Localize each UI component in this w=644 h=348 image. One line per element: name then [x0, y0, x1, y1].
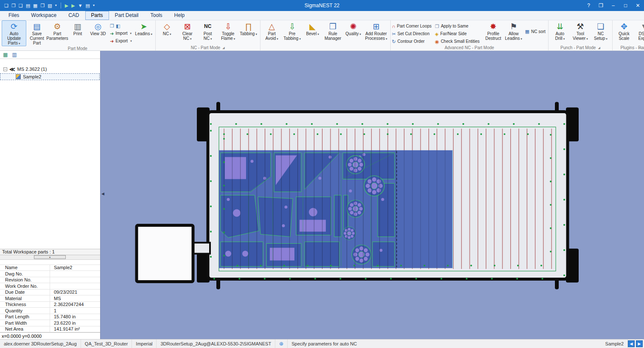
- add-router-processes-button[interactable]: ⊞ Add Router Processes▾: [364, 20, 389, 43]
- splitter-dropdown[interactable]: ▾: [34, 255, 66, 259]
- pre-tabbing-button[interactable]: ⇩ Pre Tabbing▾: [283, 20, 302, 43]
- dialog-launcher-icon[interactable]: ◢: [598, 46, 600, 50]
- save-current-part-button[interactable]: ▤ Save Current Part: [27, 20, 47, 46]
- nc-setup-button[interactable]: ❏ NC Setup▾: [591, 20, 610, 43]
- property-value[interactable]: 141.9147 in²: [50, 326, 80, 331]
- button-label: Import: [115, 31, 127, 36]
- property-label: Quantity: [0, 308, 50, 314]
- property-value[interactable]: 23.6220 in: [50, 320, 76, 326]
- save-icon: ▤: [33, 22, 41, 31]
- save-small-icon[interactable]: ◧: [116, 23, 120, 28]
- button-label: Check Small Entities: [441, 39, 480, 44]
- tree-node-material[interactable]: − ≪ MS 2.3622 (1): [0, 66, 100, 72]
- maximize-button[interactable]: □: [619, 0, 632, 11]
- far-near-side-button[interactable]: ◈ Far/Near Side: [435, 31, 479, 36]
- tab-cad[interactable]: CAD: [62, 11, 85, 20]
- tab-part-detail[interactable]: Part Detail: [109, 11, 145, 20]
- qat-window-icon[interactable]: ❏: [4, 0, 8, 11]
- help-button[interactable]: ?: [582, 0, 595, 11]
- toggle-flame-button[interactable]: ⇩ Toggle Flame▾: [218, 20, 238, 43]
- property-label: Revision No.: [0, 277, 50, 283]
- qat-window-icon[interactable]: ❐: [11, 0, 16, 11]
- leadins-button[interactable]: ➤ Leadins▾: [134, 20, 154, 43]
- tab-files[interactable]: Files: [3, 11, 25, 20]
- nc-button[interactable]: ◇ NC▾: [157, 20, 177, 43]
- import-button[interactable]: ➜ Import ▾: [109, 30, 133, 36]
- property-label: Thickness: [0, 302, 50, 308]
- nc-sort-button[interactable]: ▦ NC sort: [525, 29, 546, 34]
- dstv-export-button[interactable]: ▼ DSTV Export: [635, 20, 644, 43]
- close-button[interactable]: ✕: [632, 0, 644, 11]
- button-label: NC: [163, 31, 169, 36]
- workspace-viewport[interactable]: ◀: [101, 51, 644, 339]
- chevron-down-icon[interactable]: ▾: [55, 0, 57, 11]
- dialog-launcher-icon[interactable]: ◢: [222, 46, 224, 50]
- chevron-down-icon[interactable]: ▾: [93, 0, 95, 11]
- collapse-ribbon-button[interactable]: ∧: [638, 46, 641, 50]
- property-value[interactable]: MS: [50, 296, 61, 301]
- eye-icon: ◎: [95, 22, 102, 31]
- auto-drill-button[interactable]: ⇊ Auto Drill▾: [550, 20, 570, 43]
- panel-splitter[interactable]: ▾: [0, 255, 100, 260]
- parts-tree[interactable]: − ≪ MS 2.3622 (1) Sample2: [0, 59, 100, 249]
- export-button[interactable]: ➜ Export ▾: [109, 38, 133, 44]
- next-part-button[interactable]: ▶: [636, 340, 643, 347]
- workspace-canvas[interactable]: [101, 51, 644, 339]
- tab-parts[interactable]: Parts: [85, 11, 109, 20]
- view-3d-button[interactable]: ◎ View 3D: [88, 20, 108, 43]
- chevron-down-icon: ▾: [190, 37, 192, 40]
- rule-manager-button[interactable]: ❒ Rule Manager: [323, 20, 343, 43]
- ribbon-group-part-mode: ⟳ Auto Update Parts▾ ▤ Save Current Part…: [0, 20, 156, 50]
- contour-order-button[interactable]: ↻ Contour Order: [392, 39, 432, 44]
- qat-window-icon[interactable]: ▧: [48, 0, 52, 11]
- property-value[interactable]: 09/23/2021: [50, 290, 77, 295]
- property-value[interactable]: Sample2: [50, 265, 72, 270]
- bevel-button[interactable]: ◣ Bevel▾: [303, 20, 322, 43]
- property-value[interactable]: 2.3622047244: [50, 302, 84, 307]
- part-corner-loops-button[interactable]: ∩ Part Corner Loops: [392, 23, 432, 29]
- tool-viewer-button[interactable]: ⚒ Tool Viewer▾: [571, 20, 590, 43]
- tab-workspace[interactable]: Workspace: [25, 11, 62, 20]
- print-button[interactable]: ▥ Print: [68, 20, 87, 43]
- auto-update-parts-button[interactable]: ⟳ Auto Update Parts▾: [2, 20, 26, 46]
- qat-window-icon[interactable]: ❑: [19, 0, 23, 11]
- import-icon: ➜: [110, 31, 114, 36]
- quality-button[interactable]: ✺ Quality▾: [344, 20, 363, 43]
- allow-leadins-button[interactable]: ⚑ Allow Leadins▾: [504, 20, 524, 43]
- tab-help[interactable]: Help: [168, 11, 191, 20]
- tree-expander-icon[interactable]: −: [3, 67, 7, 71]
- set-cut-direction-button[interactable]: ✂ Set Cut Direction: [392, 31, 432, 36]
- tab-tools[interactable]: Tools: [145, 11, 168, 20]
- setup-page-icon: ❏: [597, 22, 604, 31]
- property-value[interactable]: 1: [50, 308, 56, 313]
- qat-window-icon[interactable]: ▤: [26, 0, 30, 11]
- part-avoid-button[interactable]: △ Part Avoid▾: [262, 20, 282, 43]
- tree-node-part[interactable]: Sample2: [0, 73, 100, 80]
- qat-run-icon[interactable]: ▶: [65, 0, 68, 11]
- part-parameters-button[interactable]: ⚙ Part Parameters: [48, 20, 67, 43]
- profile-destruct-button[interactable]: ✸ Profile Destruct: [484, 20, 503, 43]
- property-value[interactable]: 15.7480 in: [50, 314, 76, 319]
- clear-nc-button[interactable]: ⊠ Clear NC▾: [178, 20, 197, 43]
- detail-view-icon[interactable]: ▥: [12, 52, 17, 58]
- paste-icon[interactable]: ❐: [110, 23, 114, 28]
- tabbing-button[interactable]: ∏ Tabbing▾: [239, 20, 258, 43]
- minimize-button[interactable]: –: [607, 0, 619, 11]
- check-small-entities-button[interactable]: ◉ Check Small Entities: [435, 39, 479, 44]
- qat-window-icon[interactable]: ❒: [40, 0, 45, 11]
- quick-scale-button[interactable]: ✥ Quick Scale: [614, 20, 634, 43]
- qat-window-icon[interactable]: ▦: [33, 0, 37, 11]
- apply-to-same-button[interactable]: ❐ Apply to Same: [435, 23, 479, 29]
- window-style-button[interactable]: ❐: [595, 0, 607, 11]
- add-process-icon: ⊞: [373, 22, 380, 31]
- ribbon-group-nc-extra: △ Part Avoid▾ ⇩ Pre Tabbing▾ ◣ Bevel▾ ❒ …: [260, 20, 391, 50]
- property-label: Due Date: [0, 290, 50, 295]
- prev-part-button[interactable]: ◀: [628, 340, 635, 347]
- post-nc-button[interactable]: NC Post NC▾: [198, 20, 218, 43]
- qat-run-icon[interactable]: ▶: [71, 0, 75, 11]
- qat-tool-icon[interactable]: ▼: [78, 0, 83, 11]
- collapse-panel-handle[interactable]: ◀: [101, 192, 104, 196]
- list-view-icon[interactable]: ▦: [3, 52, 8, 58]
- button-label: Apply to Same: [441, 24, 468, 28]
- qat-tool-icon[interactable]: ▤: [86, 0, 90, 11]
